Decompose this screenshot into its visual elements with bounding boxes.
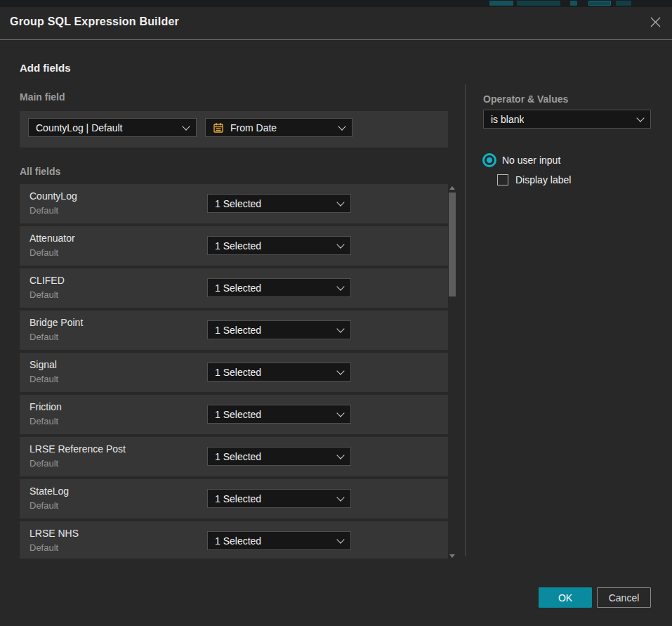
field-row: LRSE Reference Post Default 1 Selected (20, 437, 448, 476)
field-selection-value: 1 Selected (215, 493, 261, 504)
no-user-input-label: No user input (502, 155, 560, 166)
field-name: Bridge Point (29, 317, 83, 328)
dialog-title: Group SQL Expression Builder (10, 15, 179, 28)
chevron-down-icon (336, 409, 344, 417)
display-label-checkbox[interactable]: Display label (497, 174, 571, 185)
field-subtitle: Default (29, 500, 58, 511)
main-field-field-dropdown[interactable]: From Date (205, 118, 353, 137)
field-name: LRSE NHS (29, 528, 79, 539)
field-selection-value: 1 Selected (215, 325, 261, 336)
field-name: CountyLog (29, 190, 77, 202)
field-selection-dropdown[interactable]: 1 Selected (207, 447, 351, 466)
panel-divider (465, 84, 466, 556)
field-selection-dropdown[interactable]: 1 Selected (207, 236, 351, 255)
checkbox-unchecked-icon (497, 174, 508, 185)
backdrop-fragment (616, 1, 631, 6)
field-selection-dropdown[interactable]: 1 Selected (207, 194, 351, 213)
all-fields-label: All fields (20, 166, 60, 177)
field-name: CLIFED (29, 275, 65, 286)
field-selection-dropdown[interactable]: 1 Selected (207, 531, 351, 550)
chevron-down-icon (338, 122, 345, 130)
main-field-label: Main field (20, 91, 65, 103)
radio-selected-icon (482, 153, 496, 167)
chevron-down-icon (336, 198, 344, 206)
field-name: StateLog (29, 485, 69, 497)
backdrop-fragment (489, 1, 513, 6)
chevron-down-icon (336, 493, 344, 501)
field-subtitle: Default (29, 205, 58, 216)
field-row: LRSE NHS Default 1 Selected (20, 521, 448, 559)
field-row: Bridge Point Default 1 Selected (20, 311, 448, 350)
field-selection-dropdown[interactable]: 1 Selected (207, 489, 351, 508)
field-row: Friction Default 1 Selected (20, 395, 448, 434)
field-subtitle: Default (29, 416, 58, 426)
chevron-down-icon (336, 451, 344, 459)
main-field-field-value: From Date (230, 122, 277, 133)
field-row: CountyLog Default 1 Selected (20, 184, 448, 223)
dialog-header: Group SQL Expression Builder (0, 7, 672, 40)
field-selection-value: 1 Selected (215, 198, 261, 209)
group-sql-expression-builder-dialog: Group SQL Expression Builder Add fields … (0, 7, 672, 626)
field-name: Attenuator (29, 233, 75, 244)
scrollbar-up-arrow[interactable] (449, 185, 456, 190)
all-fields-list: CountyLog Default 1 Selected Attenuator … (20, 184, 448, 559)
field-selection-dropdown[interactable]: 1 Selected (207, 405, 351, 424)
chevron-down-icon (336, 240, 344, 248)
field-subtitle: Default (29, 247, 58, 258)
chevron-down-icon (182, 122, 190, 130)
field-row: StateLog Default 1 Selected (20, 479, 448, 519)
triangle-up-icon (449, 186, 455, 190)
backdrop-fragment (570, 1, 577, 6)
close-button[interactable] (643, 11, 668, 35)
operator-value: is blank (491, 114, 524, 125)
calendar-date-icon (213, 122, 224, 133)
field-selection-dropdown[interactable]: 1 Selected (207, 320, 351, 339)
backdrop-fragment (588, 1, 611, 6)
triangle-down-icon (449, 554, 455, 558)
chevron-down-icon (336, 367, 344, 374)
field-selection-value: 1 Selected (215, 451, 261, 462)
field-selection-value: 1 Selected (215, 367, 261, 378)
chevron-down-icon (636, 114, 644, 122)
scrollbar-down-arrow[interactable] (449, 554, 456, 558)
cancel-button[interactable]: Cancel (597, 587, 651, 608)
field-selection-value: 1 Selected (215, 409, 261, 420)
field-subtitle: Default (29, 332, 58, 342)
add-fields-heading: Add fields (20, 62, 71, 74)
chevron-down-icon (336, 282, 344, 290)
no-user-input-radio[interactable]: No user input (482, 153, 560, 167)
field-row: Signal Default 1 Selected (20, 353, 448, 392)
field-selection-value: 1 Selected (215, 282, 261, 294)
field-row: CLIFED Default 1 Selected (20, 268, 448, 308)
field-selection-value: 1 Selected (215, 240, 261, 252)
field-subtitle: Default (29, 542, 58, 553)
chevron-down-icon (336, 535, 344, 543)
field-name: Friction (29, 401, 62, 412)
field-selection-value: 1 Selected (215, 535, 261, 547)
field-row: Attenuator Default 1 Selected (20, 226, 448, 266)
operator-dropdown[interactable]: is blank (483, 110, 651, 129)
ok-button[interactable]: OK (539, 587, 592, 608)
field-selection-dropdown[interactable]: 1 Selected (207, 363, 351, 382)
main-field-panel: CountyLog | Default From Date (20, 111, 448, 148)
field-subtitle: Default (29, 458, 58, 469)
chevron-down-icon (336, 325, 344, 332)
field-subtitle: Default (29, 374, 58, 384)
display-label-text: Display label (515, 174, 571, 185)
field-subtitle: Default (29, 289, 58, 300)
field-selection-dropdown[interactable]: 1 Selected (207, 278, 351, 297)
field-name: Signal (29, 359, 57, 370)
scrollbar-thumb[interactable] (449, 193, 456, 296)
backdrop-fragment (517, 1, 560, 6)
close-icon (650, 16, 661, 31)
main-field-layer-value: CountyLog | Default (36, 122, 123, 133)
field-name: LRSE Reference Post (29, 443, 126, 455)
main-field-layer-dropdown[interactable]: CountyLog | Default (28, 118, 197, 137)
operator-values-label: Operator & Values (483, 93, 568, 105)
